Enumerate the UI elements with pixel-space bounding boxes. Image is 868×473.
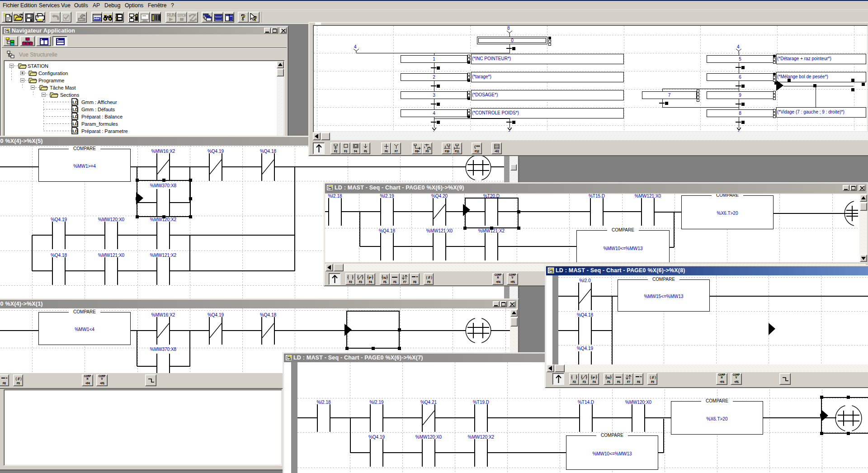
svg-text:(#): (#) <box>425 275 432 280</box>
svg-text:LD: LD <box>73 129 78 133</box>
svg-text:P: P <box>369 276 372 280</box>
svg-text:(**): (**) <box>474 145 480 149</box>
svg-text:RUN: RUN <box>167 13 175 18</box>
svg-text:LD: LD <box>73 100 78 104</box>
svg-text:N: N <box>607 376 610 380</box>
svg-text:STOP: STOP <box>177 13 187 18</box>
svg-text:(#): (#) <box>649 375 656 380</box>
svg-text:?: ? <box>241 13 245 22</box>
svg-text:P: P <box>593 376 595 380</box>
svg-text:LD: LD <box>73 107 78 112</box>
svg-text:(#): (#) <box>15 377 22 381</box>
svg-text:LD: LD <box>73 122 78 126</box>
svg-text:N: N <box>383 276 386 280</box>
svg-text:?: ? <box>254 15 257 22</box>
svg-text:LD: LD <box>73 114 78 119</box>
